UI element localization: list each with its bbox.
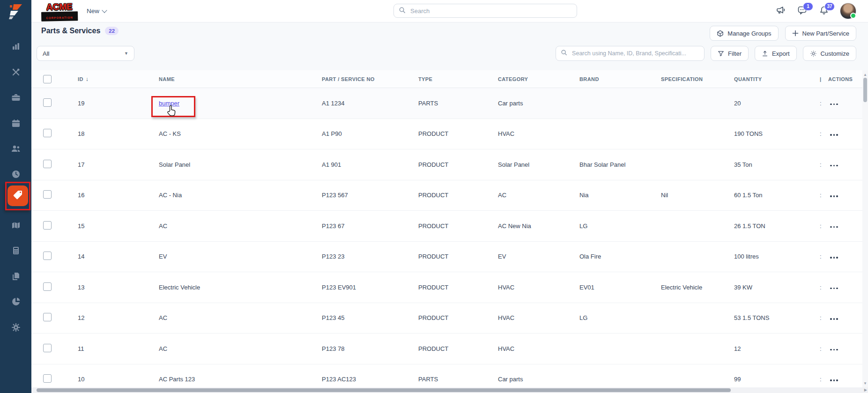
cell-clipped-column: : (820, 345, 823, 352)
sidebar-item-teams[interactable] (0, 136, 31, 162)
sidebar-item-invoices[interactable] (0, 238, 31, 264)
row-checkbox[interactable] (43, 374, 52, 383)
online-status-dot (850, 13, 856, 19)
cell-specification: Nil (661, 192, 734, 199)
new-dropdown[interactable]: New (87, 0, 106, 22)
row-checkbox[interactable] (43, 344, 52, 352)
header-name[interactable]: NAME (159, 76, 322, 82)
row-actions-menu-icon[interactable] (828, 102, 840, 107)
scroll-down-icon[interactable]: ▼ (862, 380, 868, 386)
header-type[interactable]: TYPE (418, 76, 498, 82)
cell-category: HVAC (498, 345, 579, 352)
scroll-up-icon[interactable]: ▲ (862, 71, 868, 78)
table-row: 19 bumper A1 1234 PARTS Car parts 20 : (31, 88, 862, 119)
cell-name[interactable]: EV (159, 253, 322, 260)
global-search[interactable] (393, 4, 577, 18)
cell-clipped-column: : (820, 284, 823, 291)
announcements-button[interactable] (775, 6, 786, 17)
sidebar-item-parts-services-active[interactable] (7, 185, 28, 206)
row-select-cell (43, 252, 78, 261)
notifications-button[interactable]: 37 (818, 6, 830, 17)
cell-name[interactable]: AC Parts 123 (159, 376, 322, 383)
table-row: 16 AC - Nia P123 567 PRODUCT AC Nia Nil … (31, 180, 862, 211)
messages-button[interactable]: 1 (797, 6, 808, 17)
row-actions-menu-icon[interactable] (828, 224, 840, 230)
row-checkbox[interactable] (43, 282, 52, 291)
export-button[interactable]: Export (755, 46, 797, 61)
vertical-scrollbar[interactable]: ▲ ▼ (862, 70, 868, 387)
row-checkbox[interactable] (43, 98, 52, 107)
header-quantity[interactable]: QUANTITY (734, 76, 820, 82)
cell-name[interactable]: AC - KS (159, 130, 322, 137)
row-checkbox[interactable] (43, 313, 52, 321)
row-select-cell (43, 344, 78, 354)
header-brand[interactable]: BRAND (579, 76, 661, 82)
app-logo-icon[interactable] (6, 3, 25, 20)
messages-badge: 1 (803, 2, 813, 11)
header-id[interactable]: ID↓ (78, 76, 159, 82)
cell-name[interactable]: AC (159, 222, 322, 230)
cell-name[interactable]: AC - Nia (159, 192, 322, 199)
row-actions-menu-icon[interactable] (828, 316, 840, 322)
row-actions-menu-icon[interactable] (828, 132, 840, 138)
cell-name[interactable]: Solar Panel (159, 161, 322, 168)
sort-desc-icon[interactable]: ↓ (86, 76, 89, 82)
new-part-service-button[interactable]: New Part/Service (785, 26, 856, 41)
row-checkbox[interactable] (43, 129, 52, 137)
group-filter-select[interactable]: All ▼ (37, 46, 134, 61)
cell-name[interactable]: AC (159, 314, 322, 321)
cell-id: 17 (78, 161, 159, 168)
sidebar-item-dashboard[interactable] (0, 34, 31, 59)
customize-button[interactable]: Customize (803, 46, 856, 61)
sidebar-item-map[interactable] (0, 213, 31, 238)
cell-id: 16 (78, 192, 159, 199)
sidebar-item-jobs[interactable] (0, 59, 31, 85)
row-checkbox[interactable] (43, 160, 52, 168)
cell-name[interactable]: Electric Vehicle (159, 284, 322, 291)
row-checkbox[interactable] (43, 221, 52, 230)
parts-table: ID↓ NAME PART / SERVICE NO TYPE CATEGORY… (31, 70, 862, 387)
cell-category: HVAC (498, 284, 579, 291)
row-actions-menu-icon[interactable] (828, 286, 840, 291)
row-select-cell (43, 190, 78, 200)
horizontal-scrollbar-thumb[interactable] (37, 388, 731, 392)
select-all-checkbox[interactable] (43, 75, 52, 83)
global-search-input[interactable] (409, 7, 572, 15)
header-category[interactable]: CATEGORY (498, 76, 579, 82)
cell-clipped-column: : (820, 100, 823, 107)
manage-groups-button[interactable]: Manage Groups (710, 26, 778, 41)
header-specification[interactable]: SPECIFICATION (661, 76, 734, 82)
row-checkbox[interactable] (43, 190, 52, 199)
user-avatar[interactable] (840, 3, 856, 19)
cell-id: 11 (78, 345, 159, 352)
horizontal-scrollbar[interactable]: ▶ (31, 387, 868, 393)
sidebar-item-reports[interactable] (0, 289, 31, 315)
users-icon (10, 143, 22, 154)
filter-button[interactable]: Filter (711, 46, 749, 61)
sidebar-item-settings[interactable] (0, 315, 31, 341)
sidebar-item-work[interactable] (0, 85, 31, 111)
search-icon (399, 7, 406, 15)
header-part-no[interactable]: PART / SERVICE NO (322, 76, 418, 82)
cell-name[interactable]: AC (159, 345, 322, 352)
row-actions-menu-icon[interactable] (828, 193, 840, 199)
cell-type: PRODUCT (418, 192, 498, 199)
table-search-input[interactable] (571, 50, 699, 57)
row-actions-menu-icon[interactable] (828, 378, 840, 383)
row-actions-menu-icon[interactable] (828, 347, 840, 353)
part-name-link[interactable]: bumper (159, 100, 179, 107)
table-search[interactable] (556, 46, 705, 61)
row-checkbox[interactable] (43, 252, 52, 260)
sidebar-item-timesheets[interactable] (0, 162, 31, 187)
cell-id: 15 (78, 222, 159, 230)
row-actions-menu-icon[interactable] (828, 255, 840, 260)
sidebar-item-schedule[interactable] (0, 111, 31, 136)
vertical-scrollbar-thumb[interactable] (863, 78, 867, 102)
plus-icon (792, 30, 799, 37)
cell-actions (828, 345, 862, 352)
row-actions-menu-icon[interactable] (828, 163, 840, 169)
company-logo-subtext: CORPORATION (46, 16, 73, 19)
cell-name[interactable]: bumper (159, 100, 322, 107)
scroll-right-icon[interactable]: ▶ (864, 388, 867, 392)
sidebar-item-documents[interactable] (0, 264, 31, 289)
